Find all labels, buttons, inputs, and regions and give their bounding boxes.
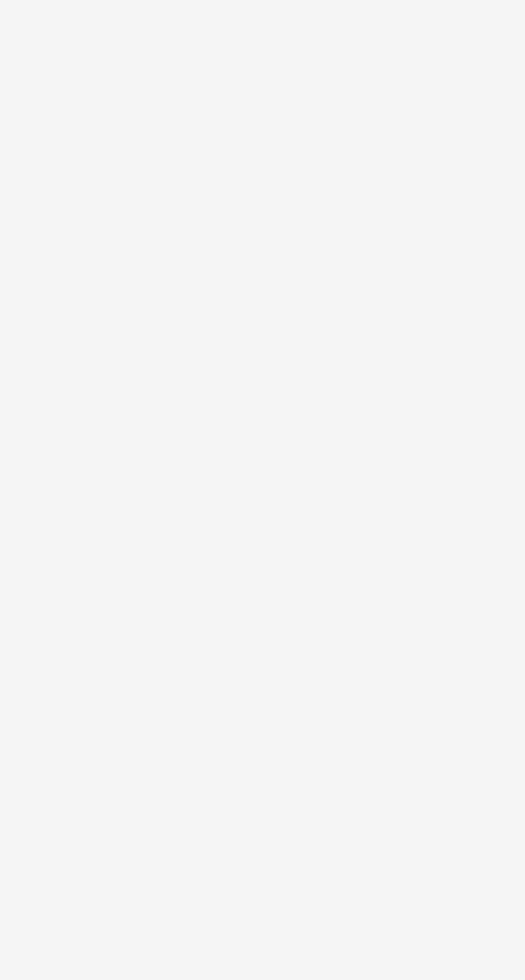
mind-map — [0, 0, 156, 980]
